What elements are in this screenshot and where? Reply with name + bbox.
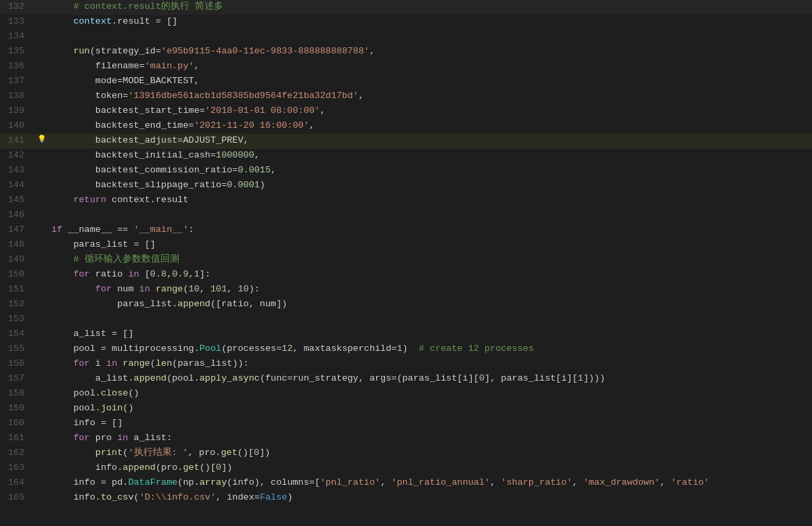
line-content: a_list = [] bbox=[49, 327, 812, 341]
table-row: 154 a_list = [] bbox=[0, 327, 812, 342]
line-content: for ratio in [0.8,0.9,1]: bbox=[49, 268, 812, 282]
line-number: 161 bbox=[0, 431, 35, 446]
code-token: for bbox=[73, 269, 89, 279]
table-row: 146 bbox=[0, 208, 812, 223]
code-token: 0 bbox=[216, 462, 221, 473]
table-row: 137 mode=MODE_BACKTEST, bbox=[0, 74, 812, 89]
code-token: .result = [] bbox=[112, 16, 177, 26]
line-number: 158 bbox=[0, 387, 35, 401]
code-token: paras_list = [] bbox=[51, 239, 156, 249]
code-token: 0 bbox=[479, 373, 484, 383]
code-token: 'main.py' bbox=[145, 61, 194, 71]
code-token: a_list: bbox=[128, 433, 172, 443]
line-content: filename='main.py', bbox=[49, 59, 812, 74]
code-token: , index= bbox=[216, 492, 260, 502]
line-number: 142 bbox=[0, 149, 35, 163]
code-token bbox=[51, 269, 73, 279]
code-token: append bbox=[134, 373, 167, 383]
code-token bbox=[51, 195, 73, 205]
code-token: 1 bbox=[397, 343, 402, 354]
code-token: run bbox=[73, 46, 89, 56]
code-token: pool = multiprocessing. bbox=[51, 343, 200, 354]
line-content: info.to_csv('D:\\info.csv', index=False) bbox=[49, 491, 812, 505]
code-token: len bbox=[156, 358, 172, 368]
line-number: 138 bbox=[0, 89, 35, 103]
code-token: 0.9 bbox=[172, 269, 188, 279]
code-token: (paras_list)): bbox=[172, 358, 248, 368]
code-token: array bbox=[200, 477, 227, 487]
table-row: 150 for ratio in [0.8,0.9,1]: bbox=[0, 268, 812, 283]
line-number: 135 bbox=[0, 45, 35, 59]
line-content: token='13916dbe561acb1d58385bd9564fe21ba… bbox=[49, 89, 812, 103]
table-row: 147if __name__ == '__main__': bbox=[0, 223, 812, 238]
table-row: 136 filename='main.py', bbox=[0, 59, 812, 74]
line-content: backtest_adjust=ADJUST_PREV, bbox=[49, 134, 812, 148]
code-token bbox=[51, 448, 95, 458]
line-number: 137 bbox=[0, 74, 35, 89]
code-token: # bbox=[51, 1, 85, 11]
code-token: , pro. bbox=[188, 448, 221, 458]
code-token: ]))) bbox=[583, 373, 605, 383]
code-token: , bbox=[369, 46, 375, 56]
code-token: pro bbox=[90, 433, 118, 443]
code-token: info = [] bbox=[51, 418, 122, 428]
code-token: (info), columns=[ bbox=[227, 477, 320, 487]
line-number: 163 bbox=[0, 461, 35, 475]
table-row: 142 backtest_initial_cash=1000000, bbox=[0, 149, 812, 164]
line-number: 147 bbox=[0, 223, 35, 237]
code-token: 1 bbox=[578, 373, 583, 383]
table-row: 158 pool.close() bbox=[0, 387, 812, 402]
code-token: 12 bbox=[281, 343, 292, 354]
code-token: backtest_adjust=ADJUST_PREV, bbox=[51, 135, 249, 145]
line-content: pool.join() bbox=[49, 402, 812, 416]
line-content: info = [] bbox=[49, 416, 812, 431]
code-token: get bbox=[183, 462, 199, 473]
line-content: backtest_start_time='2018-01-01 08:00:00… bbox=[49, 104, 812, 118]
code-token: '2018-01-01 08:00:00' bbox=[205, 105, 320, 116]
line-content: print('执行结果: ', pro.get()[0]) bbox=[49, 446, 812, 460]
code-token: 的执行 简述多 bbox=[161, 1, 223, 11]
code-token bbox=[51, 46, 73, 56]
code-token: , bbox=[660, 477, 671, 487]
code-token: if bbox=[51, 224, 62, 235]
code-token: ]) bbox=[259, 448, 270, 458]
code-token: ]) bbox=[221, 462, 232, 473]
code-token: return bbox=[73, 195, 106, 205]
code-token: ( bbox=[134, 492, 139, 502]
code-token: context.result bbox=[106, 195, 189, 205]
line-content: return context.result bbox=[49, 193, 812, 208]
line-content: # 循环输入参数数值回测 bbox=[49, 253, 812, 267]
code-token: ): bbox=[249, 284, 260, 294]
table-row: 145 return context.result bbox=[0, 193, 812, 208]
table-row: 148 paras_list = [] bbox=[0, 238, 812, 253]
code-token: info. bbox=[51, 462, 122, 473]
code-token: , bbox=[320, 105, 325, 116]
code-token: get bbox=[221, 448, 237, 458]
table-row: 155 pool = multiprocessing.Pool(processe… bbox=[0, 342, 812, 357]
code-token: (pool. bbox=[166, 373, 200, 383]
code-token: DataFrame bbox=[128, 477, 177, 487]
code-token: range bbox=[156, 284, 183, 294]
code-token: print bbox=[95, 448, 123, 458]
line-number: 160 bbox=[0, 416, 35, 431]
line-content: if __name__ == '__main__': bbox=[49, 223, 812, 237]
bulb-icon[interactable]: 💡 bbox=[37, 134, 47, 145]
code-token: # 循环输入参数数值回测 bbox=[51, 254, 179, 264]
code-token: False bbox=[260, 492, 288, 502]
code-token: ()[ bbox=[238, 448, 254, 458]
code-token: in bbox=[106, 358, 117, 368]
code-token: join bbox=[101, 403, 122, 413]
line-content: info = pd.DataFrame(np.array(info), colu… bbox=[49, 476, 812, 490]
code-token: ]: bbox=[200, 269, 210, 279]
code-token: 1 bbox=[194, 269, 200, 279]
line-number: 148 bbox=[0, 238, 35, 252]
code-token: () bbox=[128, 388, 139, 398]
line-number: 140 bbox=[0, 119, 35, 133]
line-content: for i in range(len(paras_list)): bbox=[49, 357, 812, 371]
line-content: backtest_initial_cash=1000000, bbox=[49, 149, 812, 163]
table-row: 134 bbox=[0, 30, 812, 45]
code-token: (func=run_strategy, args=(paras_list[i][ bbox=[260, 373, 479, 383]
table-row: 141💡 backtest_adjust=ADJUST_PREV, bbox=[0, 134, 812, 149]
code-token: 'ratio' bbox=[671, 477, 710, 487]
code-token: , maxtasksperchild= bbox=[292, 343, 397, 354]
